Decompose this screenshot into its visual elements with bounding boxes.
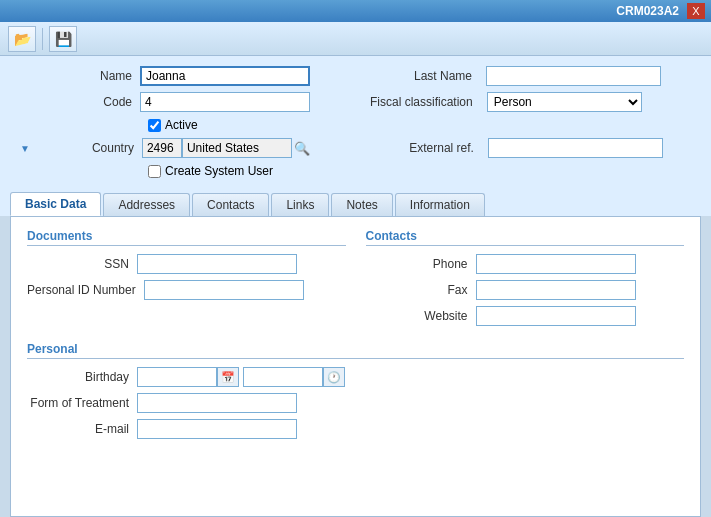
tab-links-label: Links [286,198,314,212]
code-input[interactable] [140,92,310,112]
ssn-label: SSN [27,257,137,271]
open-button[interactable]: 📂 [8,26,36,52]
toolbar: 📂 💾 [0,22,711,56]
country-search-button[interactable]: 🔍 [292,141,312,156]
tab-notes[interactable]: Notes [331,193,392,216]
tab-basic-data[interactable]: Basic Data [10,192,101,216]
email-row: E-mail [27,419,684,439]
tab-information[interactable]: Information [395,193,485,216]
last-name-label: Last Name [370,69,480,83]
name-row: Name Last Name [20,66,691,86]
ssn-input[interactable] [137,254,297,274]
tab-addresses[interactable]: Addresses [103,193,190,216]
save-button[interactable]: 💾 [49,26,77,52]
tab-addresses-label: Addresses [118,198,175,212]
create-system-user-row: Create System User [20,164,691,178]
email-label: E-mail [27,422,137,436]
fiscal-label: Fiscal classification [370,95,481,109]
name-input[interactable] [140,66,310,86]
website-label: Website [366,309,476,323]
tab-basic-data-label: Basic Data [25,197,86,211]
active-row: Active [20,118,691,132]
fax-input[interactable] [476,280,636,300]
fax-label: Fax [366,283,476,297]
personal-id-row: Personal ID Number [27,280,346,300]
main-content: Name Last Name Code Fiscal classificatio… [0,56,711,517]
personal-title: Personal [27,342,684,359]
birthday-calendar-button[interactable]: 📅 [217,367,239,387]
external-ref-section: External ref. [372,138,663,158]
code-label: Code [20,95,140,109]
active-checkbox[interactable] [148,119,161,132]
tab-notes-label: Notes [346,198,377,212]
toolbar-separator [42,28,43,50]
create-system-user-label: Create System User [165,164,273,178]
website-row: Website [366,306,685,326]
birthday-label: Birthday [27,370,137,384]
personal-id-input[interactable] [144,280,304,300]
documents-section: Documents SSN Personal ID Number [27,229,346,332]
form-of-treatment-input[interactable] [137,393,297,413]
external-ref-input[interactable] [488,138,663,158]
tab-information-label: Information [410,198,470,212]
ssn-row: SSN [27,254,346,274]
title-bar: CRM023A2 X [0,0,711,22]
window-title: CRM023A2 [6,4,687,18]
create-system-user-checkbox[interactable] [148,165,161,178]
last-name-section: Last Name [370,66,661,86]
birthday-time-button[interactable]: 🕐 [323,367,345,387]
save-icon: 💾 [55,31,72,47]
country-row: ▼ Country 🔍 External ref. [20,138,691,158]
last-name-input[interactable] [486,66,661,86]
fiscal-select[interactable]: Person Company [487,92,642,112]
open-icon: 📂 [14,31,31,47]
country-label: Country [32,141,142,155]
phone-input[interactable] [476,254,636,274]
form-of-treatment-row: Form of Treatment [27,393,684,413]
external-ref-label: External ref. [372,141,482,155]
form-area: Name Last Name Code Fiscal classificatio… [0,56,711,192]
name-label: Name [20,69,140,83]
close-button[interactable]: X [687,3,705,19]
code-row: Code Fiscal classification Person Compan… [20,92,691,112]
contacts-section: Contacts Phone Fax Website [366,229,685,332]
website-input[interactable] [476,306,636,326]
tab-links[interactable]: Links [271,193,329,216]
email-input[interactable] [137,419,297,439]
birthday-time-input[interactable] [243,367,323,387]
personal-section: Personal Birthday 📅 🕐 Form of Treatment [27,342,684,439]
fax-row: Fax [366,280,685,300]
birthday-row: Birthday 📅 🕐 [27,367,684,387]
tab-content-basic-data: Documents SSN Personal ID Number Contact… [10,216,701,517]
tab-contacts-label: Contacts [207,198,254,212]
calendar-icon: 📅 [221,371,235,384]
tabs-container: Basic Data Addresses Contacts Links Note… [0,192,711,216]
country-name-input[interactable] [182,138,292,158]
documents-title: Documents [27,229,346,246]
country-arrow-icon: ▼ [20,143,30,154]
tab-contacts[interactable]: Contacts [192,193,269,216]
phone-label: Phone [366,257,476,271]
two-column-layout: Documents SSN Personal ID Number Contact… [27,229,684,332]
phone-row: Phone [366,254,685,274]
clock-icon: 🕐 [327,371,341,384]
active-label: Active [165,118,198,132]
personal-id-label: Personal ID Number [27,283,144,297]
form-of-treatment-label: Form of Treatment [27,396,137,410]
country-code-input[interactable] [142,138,182,158]
fiscal-section: Fiscal classification Person Company [370,92,642,112]
birthday-date-input[interactable] [137,367,217,387]
contacts-title: Contacts [366,229,685,246]
